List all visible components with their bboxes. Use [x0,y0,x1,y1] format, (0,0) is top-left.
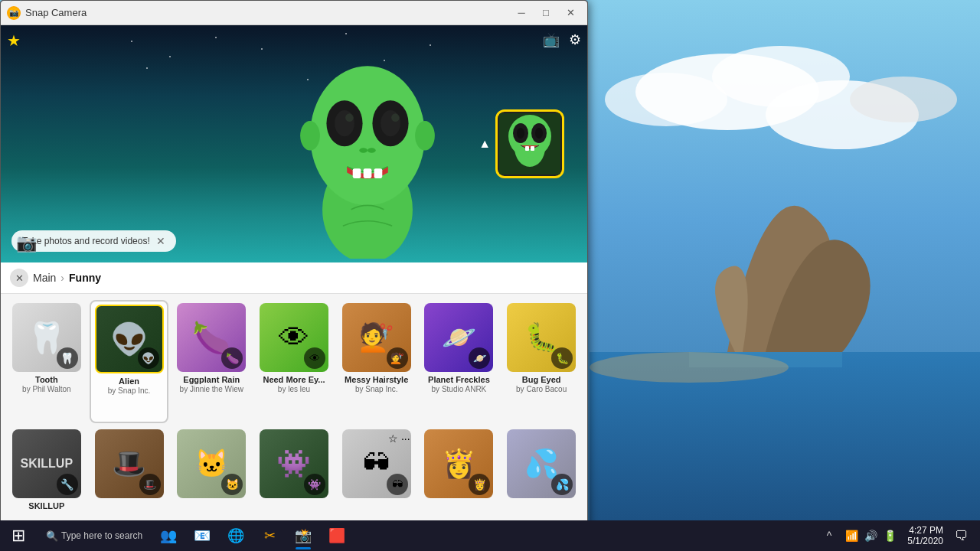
lens-grid: 🦷 🦷 Tooth by Phil Walton 👽 👽 Alien by Sn… [1,294,587,544]
svg-point-24 [415,121,435,151]
lens-name-alien: Alien [119,377,139,386]
lens-item-alien[interactable]: 👽 👽 Alien by Snap Inc. [90,300,169,423]
svg-rect-33 [531,146,534,151]
lens-name-needmore: Need More Ey... [263,375,325,385]
clock[interactable]: 4:27 PM 5/1/2020 [907,525,943,546]
taskbar-snip[interactable]: ✂ [253,520,286,551]
lens-author-eggplant: by Jinnie the Wiew [180,385,243,393]
lens-item-eggplant[interactable]: 🍆 🍆 Eggplant Rain by Jinnie the Wiew [172,300,251,423]
alien-svg [268,29,467,259]
svg-rect-22 [374,168,383,178]
window-controls: ─ □ ✕ [511,5,581,21]
camera-capture-button[interactable]: 📷 [16,233,37,253]
app-icon: 📸 [7,6,21,20]
search-placeholder: Type here to search [61,530,142,541]
svg-point-5 [850,77,957,122]
snap-camera-window: 📸 Snap Camera ─ □ ✕ ★ 📺 ⚙ [0,0,588,545]
outlook-icon: 📧 [194,527,211,544]
svg-point-18 [359,148,368,152]
taskbar-chrome[interactable]: 🌐 [219,520,253,551]
window-title: Snap Camera [25,7,511,18]
breadcrumb-separator: › [60,272,64,284]
notification-text: Take photos and record videos! [22,236,150,246]
breadcrumb: ✕ Main › Funny [1,262,587,294]
lens-author-planet: by Studio ANRK [432,385,487,393]
minimize-button[interactable]: ─ [511,5,532,21]
lens-name-eggplant: Eggplant Rain [183,375,240,385]
taskbar-right: ^ 📶 🔊 🔋 4:27 PM 5/1/2020 🗨 [818,520,980,551]
lens-author-tooth: by Phil Walton [22,385,71,393]
snap-camera-icon: 📸 [295,527,312,544]
breadcrumb-current: Funny [69,272,101,284]
hover-more-icon[interactable]: ··· [401,432,410,445]
windows-logo-icon: ⊞ [11,526,25,546]
svg-point-23 [300,121,320,151]
search-icon: 🔍 [46,530,58,542]
mini-preview [495,109,564,178]
mini-preview-alien [499,113,560,174]
lens-name-messy: Messy Hairstyle [345,375,408,385]
lens-item-bugeyed[interactable]: 🐛 🐛 Bug Eyed by Caro Bacou [501,300,581,423]
expand-arrow[interactable]: ▲ [479,137,491,151]
breadcrumb-main[interactable]: Main [33,272,56,284]
svg-point-3 [605,73,727,126]
start-button[interactable]: ⊞ [0,520,37,551]
svg-point-8 [590,352,789,383]
svg-point-30 [517,128,524,139]
svg-point-31 [535,128,543,139]
clock-time: 4:27 PM [907,525,943,536]
snip-icon: ✂ [264,527,276,544]
search-area[interactable]: 🔍 Type here to search [37,530,152,542]
favorite-star[interactable]: ★ [7,31,21,50]
bottom-panel: ✕ Main › Funny 🦷 🦷 Tooth by Phil Walton … [1,262,587,544]
svg-point-19 [368,148,376,152]
twitch-icon[interactable]: 📺 [543,31,560,48]
taskbar: ⊞ 🔍 Type here to search 👥 📧 🌐 ✂ 📸 🟥 ^ 📶 … [0,520,980,551]
taskbar-snap-camera[interactable]: 📸 [286,520,320,551]
lens-name-bugeyed: Bug Eyed [522,375,561,385]
lens-item-tooth[interactable]: 🦷 🦷 Tooth by Phil Walton [7,300,87,423]
svg-point-17 [391,113,400,122]
taskbar-clash[interactable]: 🟥 [320,520,354,551]
camera-area: ★ 📺 ⚙ [1,25,587,262]
hover-star-icon: ☆ [388,432,398,445]
network-icon[interactable]: 📶 [844,528,860,543]
taskbar-teams[interactable]: 👥 [152,520,185,551]
breadcrumb-close-button[interactable]: ✕ [10,269,28,287]
lens-name-planet: Planet Freckles [428,375,490,385]
alien-preview [245,25,490,262]
show-hidden-icon[interactable]: ^ [824,530,835,542]
taskbar-outlook[interactable]: 📧 [185,520,219,551]
tray-icons: 📶 🔊 🔋 [841,528,901,543]
lens-author-messy: by Snap Inc. [355,385,398,393]
notification-close[interactable]: ✕ [156,235,165,247]
maximize-button[interactable]: □ [535,5,557,21]
svg-point-11 [310,66,425,205]
close-button[interactable]: ✕ [560,5,581,21]
battery-icon[interactable]: 🔋 [882,528,898,543]
lens-author-alien: by Snap Inc. [108,386,151,395]
volume-icon[interactable]: 🔊 [863,528,879,543]
clash-icon: 🟥 [328,527,345,544]
svg-rect-21 [364,168,372,178]
settings-icon[interactable]: ⚙ [569,31,581,48]
lens-item-messy[interactable]: 💇 💇 Messy Hairstyle by Snap Inc. [337,300,416,423]
cam-toolbar: 📺 ⚙ [543,31,581,48]
lens-name-tooth: Tooth [35,375,58,385]
lens-author-needmore: by les leu [278,385,310,393]
lens-item-needmore[interactable]: 👁 👁 Need More Ey... by les leu [254,300,334,423]
svg-point-16 [345,113,354,122]
lens-author-bugeyed: by Caro Bacou [516,385,567,393]
lens-name-skillup: SKILLUP [28,501,64,511]
svg-rect-20 [353,168,361,178]
lens-item-planet[interactable]: 🪐 🪐 Planet Freckles by Studio ANRK [420,300,499,423]
chrome-icon: 🌐 [227,527,244,544]
title-bar: 📸 Snap Camera ─ □ ✕ [1,1,587,25]
clock-date: 5/1/2020 [907,536,943,546]
notification-center-button[interactable]: 🗨 [949,520,974,551]
svg-rect-32 [525,146,529,151]
notification-center-icon: 🗨 [955,528,969,544]
teams-icon: 👥 [160,527,177,544]
